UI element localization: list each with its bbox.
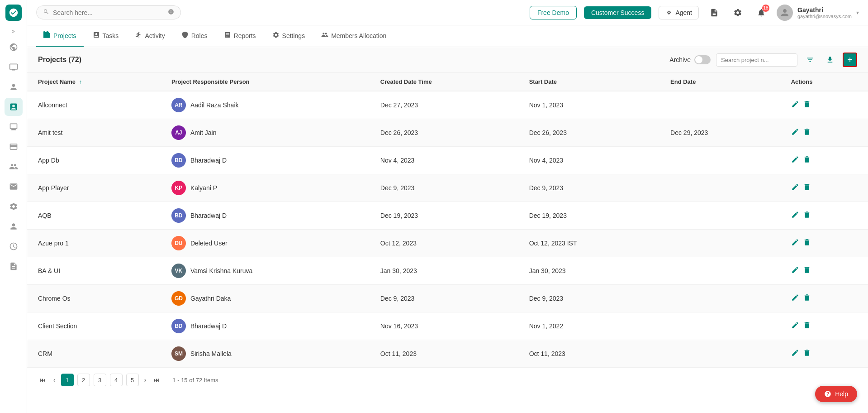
search-info-icon[interactable] — [168, 9, 174, 16]
tab-reports-label: Reports — [234, 32, 256, 39]
customer-success-button[interactable]: Customer Success — [584, 6, 651, 19]
cell-end-date — [659, 147, 780, 174]
page-btn-1[interactable]: 1 — [61, 374, 74, 386]
sidebar-icon-person[interactable] — [5, 78, 23, 96]
tab-roles[interactable]: Roles — [174, 26, 215, 47]
sidebar-icon-clock[interactable] — [5, 237, 23, 255]
delete-icon[interactable] — [803, 266, 811, 276]
tab-tasks-label: Tasks — [103, 32, 119, 39]
sidebar-expand[interactable]: » — [10, 26, 17, 36]
edit-icon[interactable] — [791, 266, 799, 276]
edit-icon[interactable] — [791, 211, 799, 221]
archive-label: Archive — [669, 56, 691, 63]
tab-tasks[interactable]: Tasks — [85, 26, 126, 47]
notifications-icon-btn[interactable]: 18 — [753, 5, 769, 21]
archive-switch[interactable] — [694, 55, 711, 64]
sidebar-icon-settings[interactable] — [5, 197, 23, 216]
tab-activity[interactable]: Activity — [128, 26, 172, 47]
person-avatar: BD — [171, 319, 186, 333]
search-box[interactable] — [36, 5, 181, 19]
tab-roles-icon — [181, 31, 189, 40]
help-label: Help — [835, 390, 848, 398]
delete-icon[interactable] — [803, 183, 811, 193]
filter-icon-btn[interactable] — [803, 53, 817, 67]
sidebar-icon-card[interactable] — [5, 138, 23, 156]
document-icon-btn[interactable] — [706, 5, 722, 21]
sidebar-icon-globe[interactable] — [5, 38, 23, 56]
add-project-button[interactable]: + — [843, 53, 857, 67]
user-profile[interactable]: Gayathri gayathri@snovasys.com ▾ — [777, 5, 859, 21]
search-project-input[interactable] — [716, 53, 797, 67]
sidebar-icon-projects[interactable] — [5, 98, 23, 116]
cell-actions — [780, 147, 868, 174]
user-email: gayathri@snovasys.com — [797, 14, 852, 19]
cell-responsible-person: VK Vamsi Krishna Kuruva — [161, 257, 370, 285]
page-btn-4[interactable]: 4 — [110, 374, 123, 386]
sidebar-icon-group[interactable] — [5, 158, 23, 176]
agent-button[interactable]: Agent — [659, 6, 699, 19]
page-first-btn[interactable]: ⏮ — [38, 375, 48, 385]
delete-icon[interactable] — [803, 211, 811, 221]
tab-projects[interactable]: Projects — [36, 26, 84, 47]
col-project-name: Project Name ↑ — [27, 73, 161, 91]
delete-icon[interactable] — [803, 321, 811, 331]
person-name: Bharadwaj D — [190, 212, 227, 219]
pagination-info: 1 - 15 of 72 Items — [172, 377, 218, 384]
tab-settings[interactable]: Settings — [265, 26, 313, 47]
tab-reports[interactable]: Reports — [217, 26, 263, 47]
edit-icon[interactable] — [791, 293, 799, 303]
cell-responsible-person: SM Sirisha Mallela — [161, 340, 370, 368]
search-input[interactable] — [53, 9, 164, 16]
agent-label: Agent — [675, 9, 692, 16]
cell-end-date — [659, 202, 780, 230]
cell-start-date: Dec 9, 2023 — [518, 285, 659, 312]
edit-icon[interactable] — [791, 155, 799, 165]
nav-tabs: Projects Tasks Activity Roles Reports — [27, 25, 868, 47]
person-avatar: DU — [171, 236, 186, 250]
sidebar-icon-monitor[interactable] — [5, 118, 23, 136]
edit-icon[interactable] — [791, 349, 799, 359]
cell-actions — [780, 174, 868, 202]
tab-members-allocation[interactable]: Members Allocation — [314, 26, 394, 47]
page-btn-3[interactable]: 3 — [94, 374, 106, 386]
main-content: Free Demo Customer Success Agent 18 Gaya… — [27, 0, 868, 413]
cell-actions — [780, 312, 868, 340]
cell-project-name: Allconnect — [27, 91, 161, 119]
delete-icon[interactable] — [803, 128, 811, 138]
help-button[interactable]: Help — [815, 386, 857, 402]
cell-end-date: Dec 29, 2023 — [659, 119, 780, 147]
table-row: AQB BD Bharadwaj D Dec 19, 2023 Dec 19, … — [27, 202, 868, 230]
sidebar-icon-tv[interactable] — [5, 58, 23, 76]
sidebar-icon-user-profile[interactable] — [5, 217, 23, 235]
page-last-btn[interactable]: ⏭ — [152, 375, 161, 385]
edit-icon[interactable] — [791, 238, 799, 248]
download-icon-btn[interactable] — [823, 53, 837, 67]
page-prev-btn[interactable]: ‹ — [52, 375, 57, 385]
edit-icon[interactable] — [791, 183, 799, 193]
page-btn-5[interactable]: 5 — [126, 374, 139, 386]
table-row: Azue pro 1 DU Deleted User Oct 12, 2023 … — [27, 230, 868, 257]
app-logo[interactable] — [5, 5, 22, 21]
delete-icon[interactable] — [803, 155, 811, 165]
user-dropdown-arrow[interactable]: ▾ — [856, 10, 859, 16]
sidebar-icon-document[interactable] — [5, 257, 23, 275]
free-demo-button[interactable]: Free Demo — [530, 6, 577, 19]
edit-icon[interactable] — [791, 128, 799, 138]
edit-icon[interactable] — [791, 100, 799, 110]
cell-created-date: Dec 19, 2023 — [370, 202, 518, 230]
person-avatar: KP — [171, 181, 186, 195]
settings-icon-btn[interactable] — [730, 5, 746, 21]
table-row: Client Section BD Bharadwaj D Nov 16, 20… — [27, 312, 868, 340]
page-btn-2[interactable]: 2 — [77, 374, 90, 386]
table-row: Chrome Os GD Gayathri Daka Dec 9, 2023 D… — [27, 285, 868, 312]
cell-actions — [780, 257, 868, 285]
edit-icon[interactable] — [791, 321, 799, 331]
page-next-btn[interactable]: › — [142, 375, 148, 385]
delete-icon[interactable] — [803, 100, 811, 110]
sidebar-icon-mail[interactable] — [5, 178, 23, 196]
cell-start-date: Nov 1, 2023 — [518, 91, 659, 119]
delete-icon[interactable] — [803, 349, 811, 359]
delete-icon[interactable] — [803, 293, 811, 303]
sort-icon[interactable]: ↑ — [79, 78, 82, 85]
delete-icon[interactable] — [803, 238, 811, 248]
